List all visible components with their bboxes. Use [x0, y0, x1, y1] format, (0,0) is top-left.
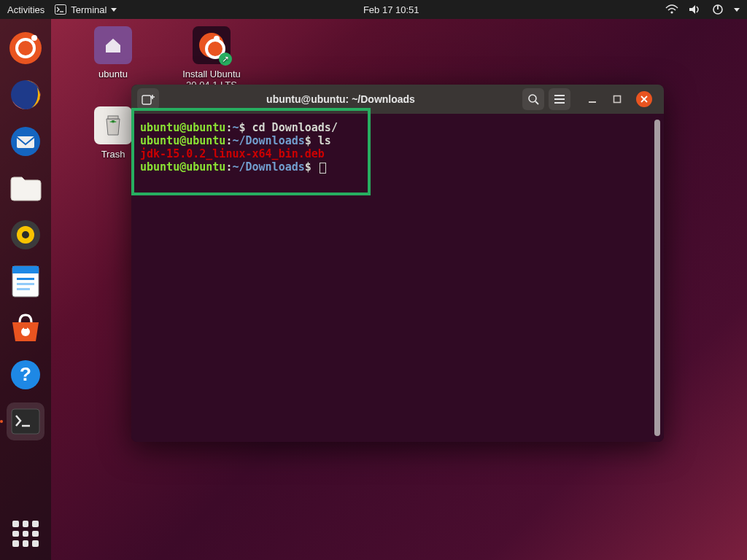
dock-firefox[interactable] [7, 76, 44, 114]
trash-icon [94, 106, 132, 144]
show-applications-button[interactable] [12, 521, 39, 547]
volume-icon[interactable] [689, 4, 702, 15]
desktop-home-folder[interactable]: ubuntu [80, 26, 146, 79]
app-menu[interactable]: Terminal [55, 4, 117, 15]
close-button[interactable] [636, 91, 652, 107]
terminal-window: ubuntu@ubuntu: ~/Downloads ubuntu@ubuntu… [131, 85, 664, 442]
svg-rect-13 [12, 266, 39, 273]
shopping-bag-icon [8, 312, 43, 344]
svg-point-6 [11, 80, 40, 109]
firefox-icon [9, 79, 42, 111]
hamburger-icon [554, 94, 565, 104]
wifi-icon[interactable] [665, 4, 678, 15]
dock-libreoffice-writer[interactable] [7, 262, 44, 300]
minimize-button[interactable] [587, 93, 598, 105]
dock: ? [0, 19, 51, 560]
chevron-down-icon [111, 8, 117, 12]
terminal-line: ubuntu@ubuntu:~/Downloads$ [134, 160, 655, 174]
svg-rect-23 [108, 116, 118, 119]
new-tab-button[interactable] [137, 88, 159, 110]
power-icon[interactable] [712, 4, 724, 15]
search-icon [527, 93, 539, 105]
svg-line-28 [535, 101, 538, 104]
dock-files[interactable] [7, 169, 44, 207]
app-menu-label: Terminal [71, 4, 107, 15]
close-icon [640, 95, 649, 104]
svg-rect-24 [142, 96, 151, 104]
maximize-button[interactable] [611, 93, 623, 105]
dock-help[interactable]: ? [7, 356, 44, 394]
svg-point-27 [529, 95, 536, 102]
svg-rect-16 [17, 288, 30, 290]
svg-text:?: ? [20, 363, 31, 385]
help-icon: ? [9, 359, 42, 391]
svg-rect-15 [17, 283, 34, 285]
dock-terminal[interactable] [7, 402, 44, 440]
svg-point-2 [670, 11, 673, 13]
thunderbird-icon [9, 125, 42, 158]
window-title: ubuntu@ubuntu: ~/Downloads [163, 93, 518, 105]
home-folder-icon [94, 26, 132, 64]
desktop-installer[interactable]: ↗ Install Ubuntu 20.04.1 LTS [168, 26, 255, 90]
terminal-body[interactable]: ubuntu@ubuntu:~$ cd Downloads/ubuntu@ubu… [131, 114, 664, 442]
hamburger-menu-button[interactable] [549, 88, 570, 110]
window-titlebar[interactable]: ubuntu@ubuntu: ~/Downloads [131, 85, 664, 114]
activities-button[interactable]: Activities [7, 4, 44, 15]
terminal-app-icon [11, 408, 40, 435]
svg-rect-18 [24, 327, 27, 329]
svg-rect-0 [55, 5, 66, 15]
document-icon [11, 265, 40, 298]
desktop-home-label: ubuntu [80, 69, 146, 79]
terminal-line: jdk-15.0.2_linux-x64_bin.deb [134, 147, 655, 160]
clock-text: Feb 17 10:51 [363, 4, 419, 15]
installer-icon: ↗ [193, 26, 231, 64]
terminal-scrollbar[interactable] [654, 120, 660, 436]
new-tab-icon [142, 93, 155, 105]
terminal-line: ubuntu@ubuntu:~/Downloads$ ls [134, 134, 655, 147]
svg-rect-8 [17, 136, 34, 148]
dock-ubuntu-logo[interactable] [7, 29, 44, 67]
search-button[interactable] [522, 88, 544, 110]
dock-rhythmbox[interactable] [7, 216, 44, 254]
svg-rect-33 [614, 96, 621, 103]
svg-marker-3 [689, 5, 695, 14]
speaker-icon [9, 219, 42, 251]
terminal-icon [55, 4, 66, 15]
folder-icon [9, 173, 42, 203]
dock-software[interactable] [7, 309, 44, 347]
system-menu-chevron-icon[interactable] [734, 8, 740, 12]
dock-thunderbird[interactable] [7, 122, 44, 160]
top-bar: Activities Terminal Feb 17 10:51 [0, 0, 747, 19]
svg-point-11 [22, 231, 29, 238]
svg-rect-21 [12, 409, 39, 434]
activities-label: Activities [7, 4, 44, 15]
maximize-icon [613, 95, 622, 104]
svg-rect-14 [17, 278, 34, 280]
minimize-icon [588, 95, 597, 104]
clock[interactable]: Feb 17 10:51 [363, 4, 419, 15]
terminal-line: ubuntu@ubuntu:~$ cd Downloads/ [134, 121, 655, 134]
ubuntu-logo-icon [9, 32, 42, 64]
